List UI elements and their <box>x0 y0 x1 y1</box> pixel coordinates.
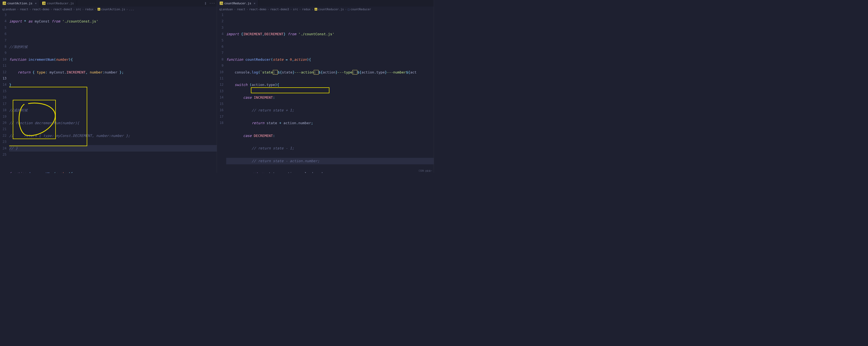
editor-right[interactable]: 1 2 3 4 5 6 7 8 9 10 11 12 13 14 15 16 1… <box>217 12 434 173</box>
crumb[interactable]: qianduan <box>2 8 16 11</box>
editor-left[interactable]: 3 4 5 6 7 8 9 10 11 12 13 14 15 16 17 18… <box>0 12 217 173</box>
crumb[interactable]: react <box>237 8 245 11</box>
tab-countreducer-left[interactable]: JS countReducer.js <box>39 0 77 6</box>
crumb[interactable]: ... <box>129 8 134 11</box>
crumb[interactable]: react-demo <box>32 8 49 11</box>
watermark: CSDN @索索~ <box>418 170 432 172</box>
crumb[interactable]: react-demo <box>249 8 266 11</box>
js-icon: JS <box>314 8 317 10</box>
code-right[interactable]: import {INCREMENT,DECREMENT} from './cou… <box>226 12 434 173</box>
close-icon[interactable]: × <box>254 2 255 5</box>
editor-pane-right: JS countReducer.js × qianduan› react› re… <box>217 0 434 173</box>
gutter-right: 1 2 3 4 5 6 7 8 9 10 11 12 13 14 15 16 1… <box>217 12 226 173</box>
code-left[interactable]: import * as myConst from './countConst.j… <box>9 12 217 173</box>
tab-countaction[interactable]: JS countAction.js × <box>0 0 39 6</box>
crumb[interactable]: redux <box>302 8 311 11</box>
split-editor-icon[interactable]: ⫿ <box>205 1 207 5</box>
crumb[interactable]: qianduan <box>219 8 233 11</box>
js-icon: JS <box>42 2 45 5</box>
more-icon[interactable]: ··· <box>209 1 215 5</box>
js-icon: JS <box>3 2 6 5</box>
crumb[interactable]: countReducer <box>350 8 371 11</box>
js-icon: JS <box>220 2 223 5</box>
tabbar-right: JS countReducer.js × <box>217 0 434 6</box>
crumb[interactable]: src <box>76 8 81 11</box>
tab-label: countReducer.js <box>224 2 251 5</box>
cube-icon: ⬚ <box>348 8 349 11</box>
js-icon: JS <box>97 8 100 10</box>
breadcrumb-right[interactable]: qianduan› react› react-demo› react-demo3… <box>217 6 434 12</box>
crumb[interactable]: countReducer.js <box>318 8 344 11</box>
tab-countreducer[interactable]: JS countReducer.js × <box>217 0 258 6</box>
crumb[interactable]: react-demo3 <box>53 8 72 11</box>
crumb[interactable]: src <box>293 8 298 11</box>
crumb[interactable]: countAction.js <box>101 8 125 11</box>
gutter-left: 3 4 5 6 7 8 9 10 11 12 13 14 15 16 17 18… <box>0 12 9 173</box>
editor-pane-left: JS countAction.js × JS countReducer.js ⫿… <box>0 0 217 173</box>
breadcrumb-left[interactable]: qianduan› react› react-demo› react-demo3… <box>0 6 217 12</box>
close-icon[interactable]: × <box>35 2 37 5</box>
tab-label: countAction.js <box>7 2 32 5</box>
crumb[interactable]: redux <box>85 8 94 11</box>
annotation-return-box <box>251 87 330 93</box>
crumb[interactable]: react-demo3 <box>270 8 289 11</box>
tab-label: countReducer.js <box>47 2 74 5</box>
crumb[interactable]: react <box>20 8 28 11</box>
tabbar-left: JS countAction.js × JS countReducer.js ⫿… <box>0 0 217 6</box>
